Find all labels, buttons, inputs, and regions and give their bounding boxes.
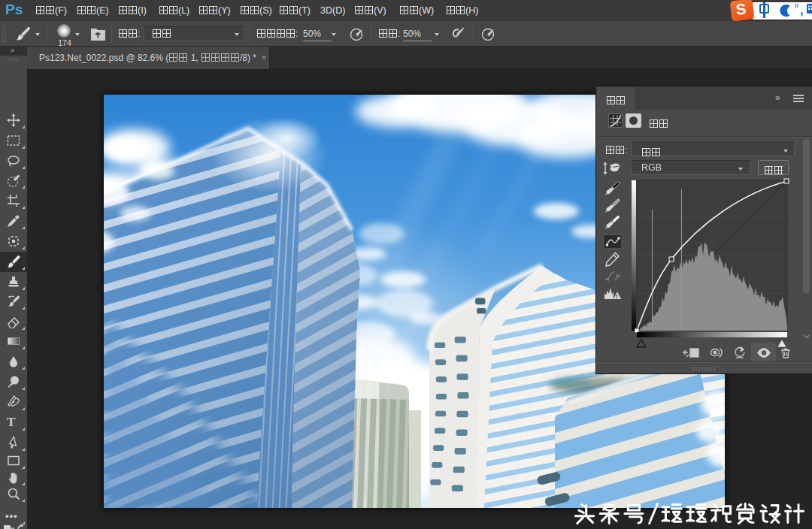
svg-text:!: ! — [616, 293, 618, 300]
